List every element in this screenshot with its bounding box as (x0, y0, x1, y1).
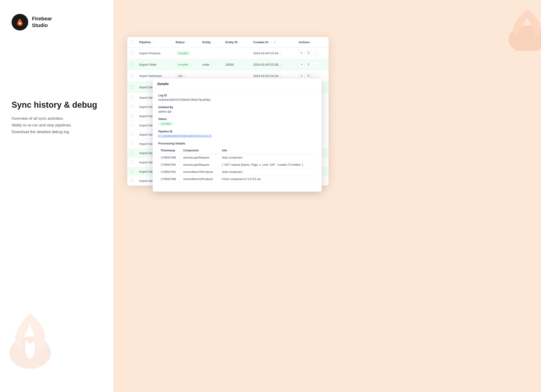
details-panel: Details Log ID 018e0a23847b725fb261394e7… (153, 79, 322, 192)
entity-id-cell: 10000 (223, 59, 251, 70)
proc-ts: 1709567086 (158, 154, 181, 161)
initiated-by-label: Initiated By (158, 106, 316, 109)
proc-row: 1709567086 serviceLayerRequest Start com… (158, 154, 316, 161)
created-at-cell: 2024-03-04T15:38:... (251, 59, 296, 70)
pipeline-col-dots: ··· (152, 41, 155, 44)
hero-title: Sync history & debug (12, 100, 102, 110)
row-checkbox[interactable] (130, 170, 134, 173)
col-created-at[interactable]: Created At ··· ▼ (251, 37, 296, 48)
select-all-checkbox[interactable] (130, 40, 133, 43)
proc-col-component: Component (181, 147, 220, 154)
left-panel: Firebear Studio Sync history & debug Ove… (0, 0, 113, 392)
status-cell: complete (173, 59, 199, 70)
actions-cell: ↻ ☰ ↓ (296, 48, 328, 59)
entity-col-dots: ··· (212, 41, 215, 44)
status-col-dots: ··· (186, 41, 189, 44)
select-all-header[interactable] (127, 37, 136, 48)
detail-button[interactable]: ☰ (306, 73, 312, 79)
status-detail-value: complete (158, 122, 316, 126)
processing-details-field: Processing Details Timestamp Component I… (158, 142, 316, 183)
logo-icon (12, 14, 28, 31)
col-entity-id: Entity ID ··· (223, 37, 251, 48)
proc-comp: convertItemsToProducts (181, 176, 220, 183)
download-button[interactable]: ↓ (313, 73, 319, 79)
hero-description: Overview of all sync activities. Ability… (12, 115, 102, 135)
right-panel: Pipeline ··· Status ··· Entity ··· (113, 0, 541, 392)
download-button[interactable]: ↓ (313, 50, 319, 56)
entity-cell (200, 48, 223, 59)
row-checkbox[interactable] (130, 114, 134, 117)
pipeline-cell: Export Order (136, 59, 173, 70)
log-id-value: 018e0a23847b725fb261394e79ca50bc (158, 98, 316, 102)
row-checkbox[interactable] (130, 160, 134, 164)
entity-id-cell (223, 48, 251, 59)
proc-ts: 1709567091 (158, 168, 181, 176)
proc-row: 1709567091 convertItemsToProducts Start … (158, 168, 316, 176)
status-cell: complete (173, 48, 199, 59)
proc-comp: convertItemsToProducts (181, 168, 220, 176)
row-checkbox[interactable] (130, 151, 134, 154)
row-checkbox[interactable] (130, 85, 134, 88)
col-actions: Actions ··· (296, 37, 328, 48)
col-pipeline: Pipeline ··· (136, 37, 173, 48)
proc-ts: 1709567096 (158, 176, 181, 183)
table-row: Import Products complete 2024-03-04T15:4… (127, 48, 328, 59)
download-button[interactable]: ↓ (313, 61, 319, 67)
refresh-button[interactable]: ↻ (299, 73, 305, 79)
details-title: Details (153, 79, 322, 89)
row-checkbox[interactable] (130, 179, 134, 182)
entity-id-col-dots: ··· (239, 41, 242, 44)
pipeline-id-field: Pipeline ID b7cd3b6bbb684094b4a5e5330242… (158, 130, 316, 137)
row-checkbox[interactable] (130, 105, 134, 108)
proc-info: Start component (220, 154, 316, 161)
status-badge: complete (175, 62, 191, 66)
status-badge: complete (175, 51, 191, 55)
created-at-col-dots: ··· (270, 41, 272, 44)
detail-button[interactable]: ☰ (306, 50, 312, 56)
row-checkbox[interactable] (130, 133, 134, 136)
row-checkbox[interactable] (130, 96, 134, 99)
actions-cell: ↻ ☰ ↓ (296, 59, 328, 70)
status-detail-badge: complete (158, 122, 174, 126)
refresh-button[interactable]: ↻ (299, 50, 305, 56)
proc-col-timestamp: Timestamp (158, 147, 181, 154)
actions-col-dots: ··· (311, 41, 313, 44)
log-id-field: Log ID 018e0a23847b725fb261394e79ca50bc (158, 94, 316, 102)
created-at-cell: 2024-03-04T15:44:... (251, 48, 296, 59)
detail-button[interactable]: ☰ (306, 61, 312, 67)
col-status: Status ··· (173, 37, 199, 48)
logo-area: Firebear Studio (12, 14, 102, 31)
status-badge: new (175, 74, 185, 78)
sort-icon[interactable]: ▼ (274, 41, 276, 43)
proc-comp: serviceLayerRequest (181, 161, 220, 168)
row-checkbox[interactable] (130, 63, 134, 66)
table-row: Export Order complete order 10000 2024-0… (127, 59, 328, 70)
proc-comp: serviceLayerRequest (181, 154, 220, 161)
proc-info: Finish component in 5.4722 sec (220, 176, 316, 183)
row-checkbox[interactable] (130, 142, 134, 145)
refresh-button[interactable]: ↻ (299, 61, 305, 67)
row-checkbox[interactable] (130, 74, 134, 77)
proc-col-info: Info (220, 147, 316, 154)
details-body: Log ID 018e0a23847b725fb261394e79ca50bc … (153, 89, 322, 192)
processing-details-title: Processing Details (158, 142, 316, 145)
proc-row: 1709567096 convertItemsToProducts Finish… (158, 176, 316, 183)
pipeline-id-label: Pipeline ID (158, 130, 316, 133)
proc-row: 1709567091 serviceLayerRequest [ "GET re… (158, 161, 316, 168)
proc-info: [ "GET request (batch). Page: 1, Limit: … (220, 161, 316, 168)
status-field: Status complete (158, 117, 316, 126)
proc-info: Start component (220, 168, 316, 176)
initiated-by-field: Initiated By admin-api (158, 106, 316, 113)
status-detail-label: Status (158, 117, 316, 121)
initiated-by-value: admin-api (158, 110, 316, 113)
brand-name: Firebear Studio (32, 15, 52, 29)
pipeline-cell: Import Products (136, 48, 173, 59)
pipeline-id-value[interactable]: b7cd3b6bbb684094b4a5e5330242a125 (158, 134, 316, 137)
log-id-label: Log ID (158, 94, 316, 97)
processing-table: Timestamp Component Info 1709567086 serv… (158, 147, 316, 183)
row-checkbox[interactable] (130, 51, 134, 55)
col-entity: Entity ··· (200, 37, 223, 48)
watermark-flame (0, 304, 65, 373)
row-checkbox[interactable] (130, 123, 134, 127)
proc-ts: 1709567091 (158, 161, 181, 168)
